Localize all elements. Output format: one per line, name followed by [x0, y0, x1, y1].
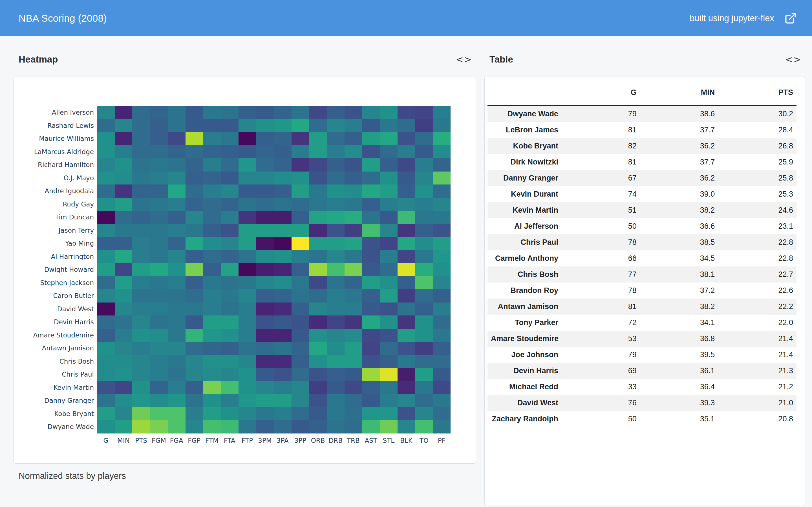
- heatmap-cell: [97, 119, 115, 132]
- heatmap-cell: [380, 263, 398, 276]
- heatmap-cell: [327, 119, 345, 132]
- heatmap-cell: [132, 316, 150, 329]
- table-view-source-icon[interactable]: <>: [785, 54, 802, 65]
- stat-value-cell: 74: [562, 186, 640, 202]
- heatmap-cell: [115, 368, 133, 381]
- heatmap-cell: [256, 198, 274, 211]
- heatmap-cell: [380, 381, 398, 394]
- heatmap-cell: [203, 106, 221, 119]
- heatmap-cell: [256, 342, 274, 355]
- heatmap-cell: [97, 407, 115, 420]
- heatmap-cell: [150, 132, 168, 145]
- heatmap-cell: [398, 211, 415, 224]
- heatmap-cell: [309, 368, 327, 381]
- heatmap-cell: [398, 355, 415, 368]
- heatmap-cell: [203, 119, 221, 132]
- stat-value-cell: 22.6: [718, 283, 797, 298]
- heatmap-cell: [398, 224, 415, 237]
- stat-value-cell: 24.6: [718, 202, 797, 218]
- heatmap-cell: [274, 184, 292, 198]
- player-name-cell: Chris Bosh: [488, 267, 562, 283]
- stat-value-cell: 38.6: [640, 106, 718, 122]
- heatmap-cell: [362, 407, 380, 420]
- heatmap-cell: [398, 172, 415, 185]
- heatmap-cell: [168, 132, 186, 145]
- heatmap-cell: [203, 407, 221, 420]
- heatmap-cell: [309, 263, 327, 276]
- heatmap-cell: [398, 119, 415, 132]
- heatmap-cell: [433, 289, 451, 302]
- heatmap-cell: [115, 145, 133, 159]
- heatmap-cell: [256, 420, 274, 434]
- built-with-label: built using jupyter-flex: [690, 13, 774, 23]
- heatmap-cell: [380, 407, 398, 420]
- heatmap-cell: [274, 342, 292, 355]
- heatmap-cell: [221, 237, 239, 250]
- heatmap-cell: [256, 394, 274, 407]
- heatmap-cell: [309, 276, 327, 290]
- stat-value-cell: 39.0: [640, 186, 718, 202]
- heatmap-cell: [97, 302, 115, 316]
- player-name-cell: Zachary Randolph: [488, 411, 562, 427]
- column-header-pts: PTS: [718, 81, 797, 106]
- heatmap-cell: [115, 158, 133, 172]
- heatmap-section-title: Heatmap: [18, 54, 58, 65]
- heatmap-cell: [150, 211, 168, 224]
- heatmap-cell: [203, 172, 221, 185]
- heatmap-cell: [115, 342, 133, 355]
- heatmap-cell: [132, 289, 150, 302]
- navbar-right: built using jupyter-flex: [690, 12, 797, 24]
- heatmap-cell: [132, 237, 150, 250]
- table-row: Chris Bosh7738.122.7: [488, 267, 797, 283]
- heatmap-row-label: Andre Iguodala: [14, 184, 94, 198]
- external-link-icon[interactable]: [784, 12, 797, 24]
- heatmap-cell: [433, 172, 451, 185]
- heatmap-cell: [309, 250, 327, 263]
- heatmap-cell: [239, 250, 256, 263]
- heatmap-cell: [256, 250, 274, 263]
- heatmap-card: Allen IversonRashard LewisMaurice Willia…: [13, 76, 476, 464]
- heatmap-cell: [239, 106, 256, 119]
- heatmap-plot[interactable]: [97, 106, 451, 434]
- heatmap-cell: [292, 381, 309, 394]
- heatmap-cell: [168, 158, 186, 172]
- heatmap-cell: [221, 355, 239, 368]
- heatmap-cell: [150, 368, 168, 381]
- heatmap-row-label: Richard Hamilton: [14, 158, 94, 172]
- heatmap-cell: [256, 316, 274, 329]
- stat-value-cell: 22.8: [718, 250, 797, 267]
- heatmap-cell: [362, 250, 380, 263]
- heatmap-cell: [274, 368, 292, 381]
- heatmap-column-label: MIN: [115, 437, 133, 444]
- heatmap-cell: [433, 342, 451, 355]
- heatmap-cell: [292, 329, 309, 342]
- heatmap-cell: [345, 184, 362, 198]
- heatmap-cell: [380, 132, 398, 145]
- heatmap-cell: [150, 302, 168, 316]
- heatmap-cell: [345, 263, 362, 276]
- heatmap-cell: [132, 250, 150, 263]
- heatmap-cell: [150, 329, 168, 342]
- heatmap-cell: [327, 158, 345, 172]
- stat-value-cell: 36.8: [640, 331, 718, 347]
- heatmap-cell: [309, 145, 327, 159]
- stat-value-cell: 26.8: [718, 138, 797, 154]
- heatmap-cell: [150, 407, 168, 420]
- heatmap-cell: [309, 198, 327, 211]
- heatmap-cell: [433, 211, 451, 224]
- heatmap-cell: [345, 119, 362, 132]
- heatmap-cell: [380, 342, 398, 355]
- heatmap-cell: [203, 158, 221, 172]
- heatmap-cell: [203, 368, 221, 381]
- heatmap-row-label: Rudy Gay: [14, 198, 94, 211]
- heatmap-cell: [398, 250, 415, 263]
- heatmap-cell: [362, 224, 380, 237]
- heatmap-cell: [345, 132, 362, 145]
- heatmap-cell: [239, 184, 256, 198]
- heatmap-cell: [398, 381, 415, 394]
- heatmap-cell: [97, 184, 115, 198]
- stat-value-cell: 23.1: [718, 218, 797, 234]
- heatmap-cell: [203, 420, 221, 434]
- heatmap-cell: [309, 184, 327, 198]
- heatmap-view-source-icon[interactable]: <>: [456, 54, 472, 65]
